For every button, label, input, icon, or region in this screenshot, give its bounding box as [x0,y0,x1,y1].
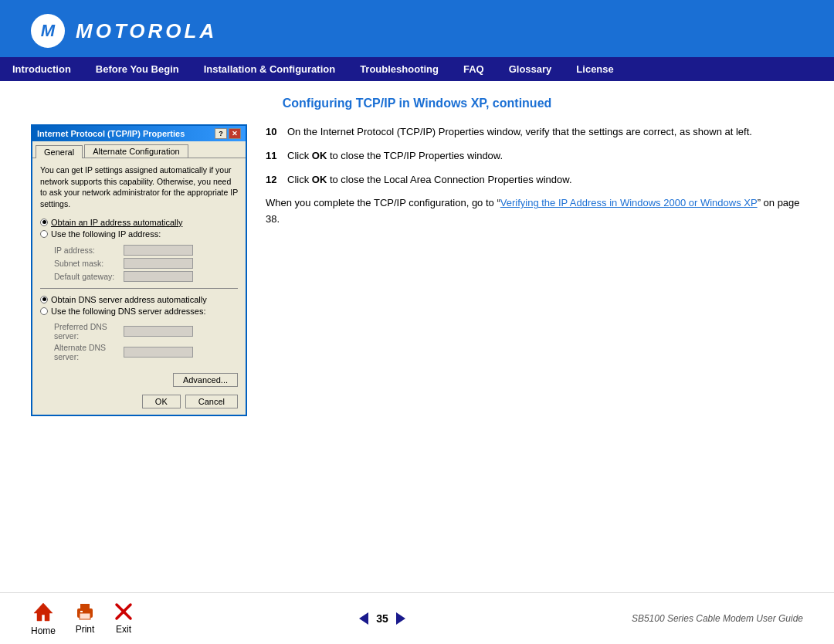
nav-item-installation[interactable]: Installation & Configuration [192,57,348,81]
exit-icon [114,602,133,621]
brand-name: MOTOROLA [76,19,217,43]
dialog-container: Internet Protocol (TCP/IP) Properties ? … [31,124,247,585]
home-label: Home [31,625,56,636]
ip-radio-group: Obtain an IP address automatically Use t… [40,218,238,239]
radio-obtain-ip-label: Obtain an IP address automatically [51,218,182,227]
svg-rect-3 [80,613,90,619]
motorola-logo-circle: M [31,14,65,48]
radio-use-ip-button[interactable] [40,230,48,238]
dialog-separator [40,288,238,289]
alternate-dns-input[interactable] [124,347,193,358]
default-gateway-label: Default gateway: [54,272,124,281]
ip-address-row: IP address: [40,245,238,256]
when-complete-prefix: When you complete the TCP/IP configurati… [266,197,500,208]
svg-rect-2 [80,604,90,610]
svg-rect-4 [80,611,83,612]
footer-nav: Home Print Exit [31,601,133,636]
default-gateway-input[interactable] [124,271,193,282]
home-icon [32,601,54,622]
radio-use-ip-label: Use the following IP address: [51,229,161,239]
step-11-bold: OK [312,150,327,161]
print-button[interactable]: Print [74,602,96,635]
step-12-number: 12 [266,172,281,188]
nav-item-glossary[interactable]: Glossary [497,57,564,81]
when-complete: When you complete the TCP/IP configurati… [266,195,803,228]
default-gateway-row: Default gateway: [40,271,238,282]
dialog-titlebar-buttons: ? ✕ [215,128,241,139]
step-11-number: 11 [266,148,281,164]
radio-use-dns-button[interactable] [40,307,48,315]
home-button[interactable]: Home [31,601,56,636]
nav-item-troubleshooting[interactable]: Troubleshooting [348,57,451,81]
page-header: M MOTOROLA [0,0,834,57]
radio-obtain-dns-label: Obtain DNS server address automatically [51,295,207,304]
step-10: 10 On the Internet Protocol (TCP/IP) Pro… [266,124,803,141]
dialog-titlebar: Internet Protocol (TCP/IP) Properties ? … [32,126,246,141]
radio-obtain-ip[interactable]: Obtain an IP address automatically [40,218,238,227]
tcp-ip-dialog: Internet Protocol (TCP/IP) Properties ? … [31,124,247,416]
dialog-tabs: General Alternate Configuration [32,141,246,158]
navigation-bar: Introduction Before You Begin Installati… [0,57,834,81]
dialog-body: You can get IP settings assigned automat… [32,158,246,370]
ip-address-input[interactable] [124,245,193,256]
step-11-text: Click OK to close the TCP/IP Properties … [287,148,503,164]
footer-pagination: 35 [359,612,405,625]
step-11: 11 Click OK to close the TCP/IP Properti… [266,148,803,164]
page-number: 35 [376,612,388,625]
subnet-mask-label: Subnet mask: [54,259,124,268]
print-label: Print [76,624,95,635]
dialog-description: You can get IP settings assigned automat… [40,164,238,210]
preferred-dns-label: Preferred DNS server: [54,322,124,341]
next-page-button[interactable] [396,612,405,625]
dialog-close-button[interactable]: ✕ [229,128,241,139]
exit-label: Exit [116,624,131,635]
ok-button[interactable]: OK [142,395,181,408]
subnet-mask-input[interactable] [124,258,193,269]
prev-page-button[interactable] [359,612,368,625]
preferred-dns-row: Preferred DNS server: [40,322,238,341]
step-12-bold: OK [312,174,327,185]
advanced-row: Advanced... [32,370,246,390]
instructions-panel: 10 On the Internet Protocol (TCP/IP) Pro… [266,124,803,585]
alternate-dns-label: Alternate DNS server: [54,343,124,361]
radio-use-dns-label: Use the following DNS server addresses: [51,307,206,316]
logo-m-icon: M [41,21,55,41]
guide-name: SB5100 Series Cable Modem User Guide [632,613,803,624]
when-complete-link[interactable]: Verifying the IP Address in Windows 2000… [500,197,758,208]
main-row: Internet Protocol (TCP/IP) Properties ? … [31,124,803,585]
ip-address-label: IP address: [54,246,124,255]
exit-button[interactable]: Exit [114,602,133,635]
dns-radio-group: Obtain DNS server address automatically … [40,295,238,316]
nav-item-before-you-begin[interactable]: Before You Begin [83,57,192,81]
step-10-text: On the Internet Protocol (TCP/IP) Proper… [287,124,752,141]
tab-alternate-config[interactable]: Alternate Configuration [84,144,188,158]
radio-use-dns[interactable]: Use the following DNS server addresses: [40,307,238,316]
page-footer: Home Print Exit 35 SB5100 Series Cable M [0,592,834,644]
step-10-number: 10 [266,124,281,141]
dialog-help-button[interactable]: ? [215,128,227,139]
alternate-dns-row: Alternate DNS server: [40,343,238,361]
cancel-button[interactable]: Cancel [185,395,238,408]
dialog-footer: OK Cancel [32,390,246,415]
radio-obtain-ip-button[interactable] [40,219,48,226]
svg-marker-0 [34,603,53,621]
radio-obtain-dns-button[interactable] [40,296,48,303]
print-icon [74,602,96,621]
nav-item-license[interactable]: License [564,57,626,81]
tab-general[interactable]: General [36,145,83,158]
step-12: 12 Click OK to close the Local Area Conn… [266,172,803,188]
advanced-button[interactable]: Advanced... [173,373,238,387]
nav-item-faq[interactable]: FAQ [451,57,497,81]
nav-item-introduction[interactable]: Introduction [0,57,83,81]
step-12-text: Click OK to close the Local Area Connect… [287,172,572,188]
page-title: Configuring TCP/IP in Windows XP, contin… [31,97,803,110]
radio-obtain-dns[interactable]: Obtain DNS server address automatically [40,295,238,304]
radio-use-ip[interactable]: Use the following IP address: [40,229,238,239]
preferred-dns-input[interactable] [124,326,193,337]
dialog-title: Internet Protocol (TCP/IP) Properties [37,129,185,138]
subnet-mask-row: Subnet mask: [40,258,238,269]
content-area: Configuring TCP/IP in Windows XP, contin… [0,81,834,592]
